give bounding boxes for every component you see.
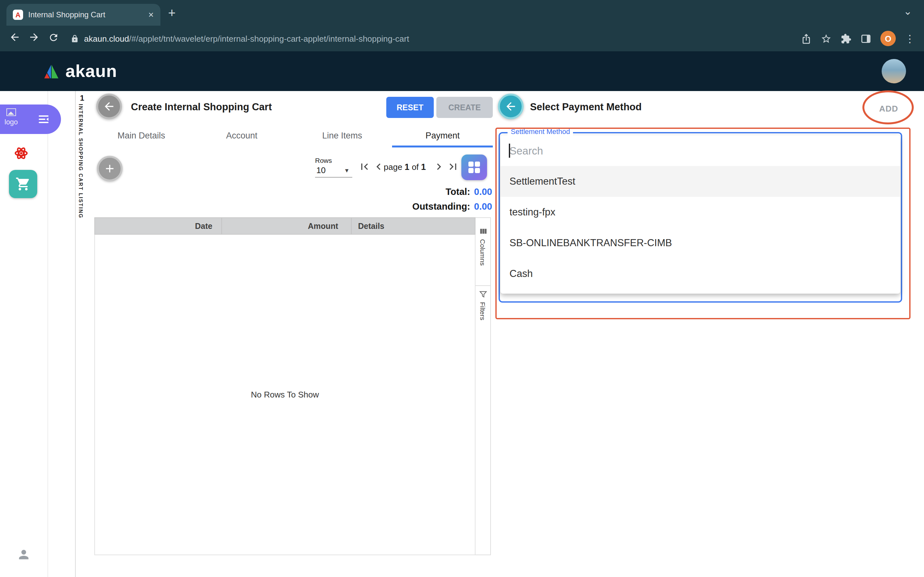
filters-tool-label: Filters: [479, 302, 487, 320]
user-avatar[interactable]: [882, 59, 906, 83]
rows-label: Rows: [315, 156, 332, 164]
tab-search-chevron-icon[interactable]: ⌄: [903, 5, 912, 17]
rows-select-underline: [315, 177, 352, 177]
filter-funnel-icon: [478, 290, 487, 299]
tab-line-items[interactable]: Line Items: [292, 126, 393, 147]
table-tools-strip: Columns Filters: [475, 218, 491, 555]
broken-image-icon: [6, 108, 16, 116]
tab-close-icon[interactable]: ✕: [148, 11, 154, 19]
rows-per-page-value[interactable]: 10: [317, 165, 326, 175]
right-panel-back-button[interactable]: [498, 93, 523, 119]
of-word: of: [412, 162, 419, 172]
active-tab-underline: [392, 145, 493, 147]
last-page-icon[interactable]: [447, 160, 459, 176]
sidebar-logo-pill[interactable]: logo: [0, 105, 61, 134]
listing-divider: [75, 91, 76, 577]
pdf-export-icon[interactable]: [12, 144, 30, 162]
page-current: 1: [405, 162, 409, 172]
tab-main-details[interactable]: Main Details: [91, 126, 192, 147]
rows-caret-icon[interactable]: ▼: [344, 167, 350, 174]
payments-table-header: Date Amount Details: [94, 218, 475, 235]
browser-menu-icon[interactable]: ⋮: [905, 32, 915, 45]
logo-alt-text: logo: [5, 118, 18, 126]
app-sidebar: [0, 91, 48, 577]
annotation-rect-settlement-dropdown: [495, 127, 911, 319]
totals-summary: Total:0.00 Outstanding:0.00: [412, 187, 492, 216]
outstanding-label: Outstanding:: [412, 201, 470, 211]
extensions-puzzle-icon[interactable]: [841, 33, 851, 44]
browser-toolbar: akaun.cloud/#/applet/tnt/wavelet/erp/int…: [0, 26, 924, 51]
page-indicator: page 1 of 1: [384, 162, 426, 172]
share-icon[interactable]: [801, 33, 812, 44]
forward-icon[interactable]: [24, 31, 44, 45]
shopping-cart-nav-button[interactable]: [9, 170, 37, 198]
column-header-amount[interactable]: Amount: [221, 218, 351, 234]
right-panel-title: Select Payment Method: [530, 101, 642, 113]
browser-tab[interactable]: A Internal Shopping Cart ✕: [6, 4, 160, 26]
grid-view-button[interactable]: [461, 155, 487, 180]
url-domain: akaun.cloud: [84, 34, 129, 43]
total-value: 0.00: [474, 187, 492, 197]
tools-divider: [475, 285, 490, 286]
browser-profile-avatar[interactable]: O: [880, 31, 896, 46]
listing-vertical-label[interactable]: INTERNAL SHOPPING CART LISTING: [78, 104, 83, 219]
browser-tab-strip: A Internal Shopping Cart ✕ + ⌄: [0, 0, 924, 26]
empty-state-text: No Rows To Show: [251, 390, 319, 400]
columns-tool[interactable]: Columns: [475, 227, 490, 266]
akaun-logo-icon: [42, 63, 60, 79]
tab-account[interactable]: Account: [192, 126, 292, 147]
bookmark-star-icon[interactable]: [821, 33, 832, 44]
column-header-details[interactable]: Details: [351, 218, 475, 234]
app-header: akaun: [0, 51, 924, 91]
left-panel-title: Create Internal Shopping Cart: [131, 101, 272, 113]
outstanding-value: 0.00: [474, 201, 492, 211]
page-total: 1: [421, 162, 426, 172]
add-row-button[interactable]: [97, 156, 123, 181]
annotation-ellipse-add-button: [863, 90, 914, 124]
listing-index: 1: [76, 93, 89, 103]
address-bar[interactable]: akaun.cloud/#/applet/tnt/wavelet/erp/int…: [71, 34, 795, 43]
page-word: page: [384, 162, 402, 172]
tab-title: Internal Shopping Cart: [28, 10, 143, 19]
columns-tool-label: Columns: [479, 239, 487, 266]
side-panel-icon[interactable]: [861, 33, 871, 44]
first-page-icon[interactable]: [358, 160, 371, 176]
columns-icon: [478, 227, 487, 236]
total-label: Total:: [446, 187, 470, 197]
column-header-date[interactable]: Date: [95, 221, 221, 230]
account-person-icon[interactable]: [17, 548, 31, 564]
filters-tool[interactable]: Filters: [475, 290, 490, 320]
prev-page-icon[interactable]: [372, 160, 385, 176]
url-path: /#/applet/tnt/wavelet/erp/internal-shopp…: [129, 34, 409, 43]
create-button[interactable]: CREATE: [436, 97, 493, 118]
menu-toggle-icon[interactable]: [37, 113, 50, 128]
back-icon[interactable]: [5, 31, 24, 45]
tab-payment[interactable]: Payment: [393, 126, 493, 147]
site-favicon: A: [13, 10, 23, 20]
new-tab-button[interactable]: +: [168, 6, 176, 21]
brand[interactable]: akaun: [42, 61, 117, 81]
reset-button[interactable]: RESET: [386, 97, 434, 118]
brand-name: akaun: [65, 61, 117, 81]
payment-tabs: Main Details Account Line Items Payment: [91, 126, 493, 147]
url-text: akaun.cloud/#/applet/tnt/wavelet/erp/int…: [84, 34, 409, 43]
screen: A Internal Shopping Cart ✕ + ⌄ akaun.clo…: [0, 0, 924, 577]
next-page-icon[interactable]: [433, 160, 445, 176]
lock-icon: [71, 34, 79, 43]
left-panel-back-button[interactable]: [96, 93, 122, 119]
reload-icon[interactable]: [44, 32, 63, 45]
payments-table-body: No Rows To Show: [94, 235, 475, 555]
